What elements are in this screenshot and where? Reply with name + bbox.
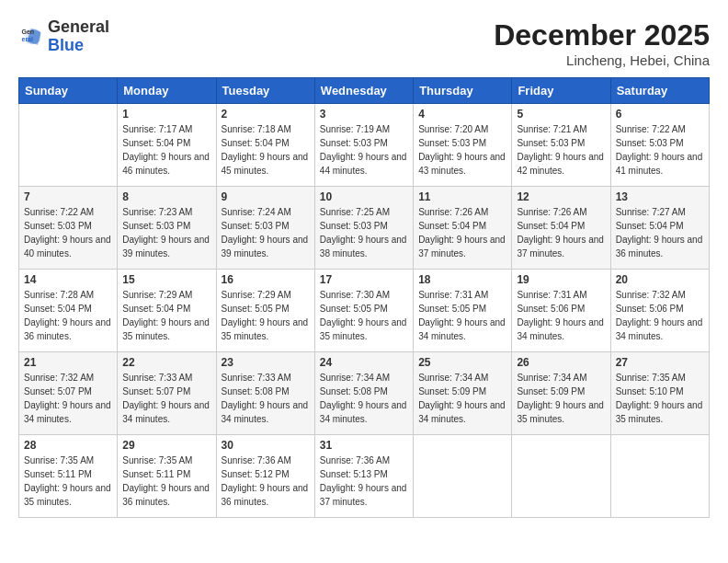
- day-number: 2: [222, 108, 310, 121]
- day-number: 20: [616, 273, 704, 286]
- day-info: Sunrise: 7:18 AM Sunset: 5:04 PM Dayligh…: [222, 122, 310, 178]
- weekday-header-row: SundayMondayTuesdayWednesdayThursdayFrid…: [19, 78, 710, 104]
- day-number: 5: [517, 108, 605, 121]
- weekday-header-cell: Saturday: [610, 78, 709, 104]
- day-number: 3: [320, 108, 408, 121]
- calendar-day-cell: 16 Sunrise: 7:29 AM Sunset: 5:05 PM Dayl…: [216, 270, 314, 352]
- calendar-day-cell: 24 Sunrise: 7:34 AM Sunset: 5:08 PM Dayl…: [314, 352, 413, 435]
- day-info: Sunrise: 7:32 AM Sunset: 5:07 PM Dayligh…: [24, 371, 112, 426]
- calendar-week-row: 14 Sunrise: 7:28 AM Sunset: 5:04 PM Dayl…: [19, 270, 710, 352]
- day-number: 7: [24, 190, 112, 203]
- calendar-day-cell: 19 Sunrise: 7:31 AM Sunset: 5:06 PM Dayl…: [512, 270, 610, 352]
- day-info: Sunrise: 7:27 AM Sunset: 5:04 PM Dayligh…: [616, 205, 704, 260]
- day-info: Sunrise: 7:25 AM Sunset: 5:03 PM Dayligh…: [320, 205, 408, 260]
- day-info: Sunrise: 7:24 AM Sunset: 5:03 PM Dayligh…: [222, 205, 310, 260]
- day-info: Sunrise: 7:22 AM Sunset: 5:03 PM Dayligh…: [616, 122, 704, 178]
- calendar-day-cell: 7 Sunrise: 7:22 AM Sunset: 5:03 PM Dayli…: [19, 187, 118, 270]
- calendar-day-cell: 10 Sunrise: 7:25 AM Sunset: 5:03 PM Dayl…: [314, 187, 413, 270]
- calendar-day-cell: 17 Sunrise: 7:30 AM Sunset: 5:05 PM Dayl…: [314, 270, 413, 352]
- day-info: Sunrise: 7:36 AM Sunset: 5:13 PM Dayligh…: [320, 454, 408, 509]
- weekday-header-cell: Friday: [512, 78, 610, 104]
- calendar-day-cell: 25 Sunrise: 7:34 AM Sunset: 5:09 PM Dayl…: [414, 352, 512, 435]
- calendar-week-row: 28 Sunrise: 7:35 AM Sunset: 5:11 PM Dayl…: [19, 435, 710, 518]
- weekday-header-cell: Thursday: [414, 78, 512, 104]
- day-info: Sunrise: 7:26 AM Sunset: 5:04 PM Dayligh…: [418, 205, 506, 260]
- logo: Gen eral General Blue: [18, 18, 109, 55]
- svg-text:Gen: Gen: [22, 29, 35, 35]
- title-block: December 2025 Lincheng, Hebei, China: [494, 18, 710, 68]
- day-number: 14: [24, 273, 112, 286]
- calendar-day-cell: 5 Sunrise: 7:21 AM Sunset: 5:03 PM Dayli…: [512, 104, 610, 187]
- day-number: 10: [320, 190, 408, 203]
- day-info: Sunrise: 7:34 AM Sunset: 5:09 PM Dayligh…: [418, 371, 506, 426]
- month-title: December 2025: [494, 18, 710, 52]
- weekday-header-cell: Sunday: [19, 78, 118, 104]
- day-number: 1: [122, 108, 210, 121]
- day-info: Sunrise: 7:21 AM Sunset: 5:03 PM Dayligh…: [517, 122, 605, 178]
- calendar-day-cell: 22 Sunrise: 7:33 AM Sunset: 5:07 PM Dayl…: [118, 352, 216, 435]
- calendar-day-cell: 26 Sunrise: 7:34 AM Sunset: 5:09 PM Dayl…: [512, 352, 610, 435]
- day-number: 11: [418, 190, 506, 203]
- calendar-day-cell: [19, 104, 118, 187]
- day-number: 30: [222, 439, 310, 452]
- weekday-header-cell: Monday: [118, 78, 216, 104]
- day-info: Sunrise: 7:34 AM Sunset: 5:08 PM Dayligh…: [320, 371, 408, 426]
- day-info: Sunrise: 7:35 AM Sunset: 5:10 PM Dayligh…: [616, 371, 704, 426]
- calendar-day-cell: 14 Sunrise: 7:28 AM Sunset: 5:04 PM Dayl…: [19, 270, 118, 352]
- calendar-day-cell: 2 Sunrise: 7:18 AM Sunset: 5:04 PM Dayli…: [216, 104, 314, 187]
- day-info: Sunrise: 7:22 AM Sunset: 5:03 PM Dayligh…: [24, 205, 112, 260]
- calendar-day-cell: 11 Sunrise: 7:26 AM Sunset: 5:04 PM Dayl…: [414, 187, 512, 270]
- day-info: Sunrise: 7:35 AM Sunset: 5:11 PM Dayligh…: [122, 454, 210, 509]
- day-info: Sunrise: 7:33 AM Sunset: 5:07 PM Dayligh…: [122, 371, 210, 426]
- calendar-day-cell: 12 Sunrise: 7:26 AM Sunset: 5:04 PM Dayl…: [512, 187, 610, 270]
- day-number: 21: [24, 356, 112, 369]
- calendar-week-row: 21 Sunrise: 7:32 AM Sunset: 5:07 PM Dayl…: [19, 352, 710, 435]
- day-info: Sunrise: 7:29 AM Sunset: 5:05 PM Dayligh…: [222, 288, 310, 343]
- day-number: 18: [418, 273, 506, 286]
- calendar-day-cell: 1 Sunrise: 7:17 AM Sunset: 5:04 PM Dayli…: [118, 104, 216, 187]
- svg-text:eral: eral: [22, 36, 34, 42]
- calendar-day-cell: 23 Sunrise: 7:33 AM Sunset: 5:08 PM Dayl…: [216, 352, 314, 435]
- day-info: Sunrise: 7:36 AM Sunset: 5:12 PM Dayligh…: [222, 454, 310, 509]
- day-number: 12: [517, 190, 605, 203]
- calendar-day-cell: 27 Sunrise: 7:35 AM Sunset: 5:10 PM Dayl…: [610, 352, 709, 435]
- day-number: 24: [320, 356, 408, 369]
- calendar-table: SundayMondayTuesdayWednesdayThursdayFrid…: [18, 77, 710, 518]
- day-number: 23: [222, 356, 310, 369]
- day-info: Sunrise: 7:32 AM Sunset: 5:06 PM Dayligh…: [616, 288, 704, 343]
- weekday-header-cell: Wednesday: [314, 78, 413, 104]
- location-subtitle: Lincheng, Hebei, China: [494, 52, 710, 68]
- day-number: 26: [517, 356, 605, 369]
- day-number: 25: [418, 356, 506, 369]
- day-info: Sunrise: 7:23 AM Sunset: 5:03 PM Dayligh…: [122, 205, 210, 260]
- calendar-day-cell: 13 Sunrise: 7:27 AM Sunset: 5:04 PM Dayl…: [610, 187, 709, 270]
- logo-general-text: General: [48, 17, 109, 36]
- day-number: 16: [222, 273, 310, 286]
- calendar-day-cell: 6 Sunrise: 7:22 AM Sunset: 5:03 PM Dayli…: [610, 104, 709, 187]
- calendar-day-cell: 20 Sunrise: 7:32 AM Sunset: 5:06 PM Dayl…: [610, 270, 709, 352]
- day-number: 15: [122, 273, 210, 286]
- weekday-header-cell: Tuesday: [216, 78, 314, 104]
- day-info: Sunrise: 7:34 AM Sunset: 5:09 PM Dayligh…: [517, 371, 605, 426]
- calendar-day-cell: 28 Sunrise: 7:35 AM Sunset: 5:11 PM Dayl…: [19, 435, 118, 518]
- day-number: 17: [320, 273, 408, 286]
- day-info: Sunrise: 7:29 AM Sunset: 5:04 PM Dayligh…: [122, 288, 210, 343]
- page-header: Gen eral General Blue December 2025 Linc…: [18, 18, 710, 68]
- day-number: 28: [24, 439, 112, 452]
- day-info: Sunrise: 7:33 AM Sunset: 5:08 PM Dayligh…: [222, 371, 310, 426]
- day-number: 13: [616, 190, 704, 203]
- calendar-day-cell: 31 Sunrise: 7:36 AM Sunset: 5:13 PM Dayl…: [314, 435, 413, 518]
- calendar-day-cell: 4 Sunrise: 7:20 AM Sunset: 5:03 PM Dayli…: [414, 104, 512, 187]
- day-info: Sunrise: 7:35 AM Sunset: 5:11 PM Dayligh…: [24, 454, 112, 509]
- day-info: Sunrise: 7:28 AM Sunset: 5:04 PM Dayligh…: [24, 288, 112, 343]
- calendar-day-cell: 21 Sunrise: 7:32 AM Sunset: 5:07 PM Dayl…: [19, 352, 118, 435]
- day-number: 8: [122, 190, 210, 203]
- day-info: Sunrise: 7:17 AM Sunset: 5:04 PM Dayligh…: [122, 122, 210, 178]
- day-number: 22: [122, 356, 210, 369]
- day-number: 9: [222, 190, 310, 203]
- day-info: Sunrise: 7:19 AM Sunset: 5:03 PM Dayligh…: [320, 122, 408, 178]
- calendar-day-cell: 3 Sunrise: 7:19 AM Sunset: 5:03 PM Dayli…: [314, 104, 413, 187]
- day-number: 27: [616, 356, 704, 369]
- calendar-week-row: 7 Sunrise: 7:22 AM Sunset: 5:03 PM Dayli…: [19, 187, 710, 270]
- calendar-day-cell: 18 Sunrise: 7:31 AM Sunset: 5:05 PM Dayl…: [414, 270, 512, 352]
